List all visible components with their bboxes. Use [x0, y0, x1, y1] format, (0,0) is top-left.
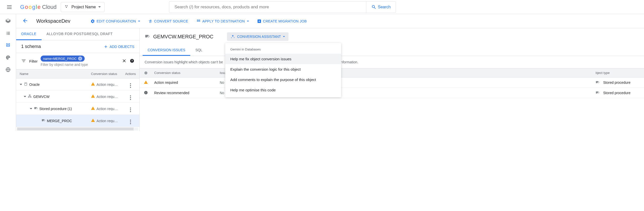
help-icon[interactable]: ?: [130, 59, 134, 64]
project-name: Project Name: [72, 5, 96, 9]
th-status: Conversion status: [89, 69, 122, 78]
project-selector[interactable]: Project Name: [61, 2, 105, 12]
svg-point-2: [66, 7, 67, 8]
tree-row-gemvcw[interactable]: GEMVCW Action requ…: [16, 91, 139, 103]
search-button[interactable]: Search: [366, 2, 396, 13]
google-cloud-logo[interactable]: Google Cloud: [20, 4, 57, 10]
svg-rect-6: [24, 83, 27, 86]
th-name: Name: [16, 69, 89, 78]
sparkle-icon: [231, 34, 235, 39]
tab-alloydb[interactable]: ALLOYDB FOR POSTGRESQL DRAFT: [42, 28, 118, 40]
globe-icon[interactable]: [5, 67, 11, 73]
conversion-assistant-button[interactable]: CONVERSION ASSISTANT: [227, 32, 288, 41]
dropdown-header: Gemini in Databases: [225, 45, 341, 54]
tree-row-oracle[interactable]: Oracle Action requ…: [16, 78, 139, 91]
issues-table-header: Conversion status Issu bject type: [140, 68, 644, 77]
info-icon: [144, 91, 148, 95]
chevron-down-icon[interactable]: [20, 84, 22, 85]
clear-filter-button[interactable]: [122, 58, 127, 64]
tab-conversion-issues[interactable]: CONVERSION ISSUES: [143, 45, 190, 56]
row-actions-menu[interactable]: [122, 103, 139, 115]
svg-rect-10: [30, 97, 31, 97]
schema-count: 1 schema: [21, 44, 41, 49]
warning-icon: [91, 82, 95, 87]
chip-remove-icon[interactable]: [78, 57, 82, 61]
left-panel: ORACLE ALLOYDB FOR POSTGRESQL DRAFT 1 sc…: [16, 28, 140, 131]
apply-to-destination-button[interactable]: APPLY TO DESTINATION: [196, 19, 249, 23]
svg-rect-13: [146, 92, 146, 92]
right-panel: GEMVCW.MERGE_PROC CONVERSION ASSISTANT C…: [140, 28, 644, 131]
chevron-down-icon[interactable]: [24, 96, 26, 97]
tab-sql[interactable]: SQL: [190, 45, 207, 56]
th-actions: Actions: [122, 69, 139, 78]
tree-row-merge-proc[interactable]: MERGE_PROC Action requ…: [16, 115, 139, 127]
svg-rect-7: [25, 83, 26, 84]
row-actions-menu[interactable]: [122, 115, 139, 127]
dropdown-item-optimise[interactable]: Help me optimise this code: [225, 85, 341, 95]
top-header: Google Cloud Project Name Search: [0, 0, 644, 14]
more-vert-icon: [130, 108, 131, 112]
procedure-icon: [145, 34, 150, 40]
menu-icon[interactable]: [4, 1, 16, 13]
chevron-down-icon: [98, 6, 101, 8]
filter-chip[interactable]: name=MERGE_PROC: [41, 56, 85, 62]
schema-icon: [28, 94, 32, 99]
action-bar: WorkspaceDev EDIT CONFIGURATION CONVERT …: [16, 14, 644, 28]
issues-description: Conversion issues highlight which object…: [140, 56, 644, 68]
warning-icon: [91, 106, 95, 111]
chevron-down-icon[interactable]: [30, 108, 32, 109]
horizontal-scrollbar[interactable]: [17, 127, 138, 130]
plus-icon: [104, 44, 108, 49]
tab-oracle[interactable]: ORACLE: [16, 28, 42, 40]
search-input[interactable]: [169, 5, 366, 10]
chevron-down-icon: [138, 21, 140, 22]
workspace-icon[interactable]: [5, 42, 11, 48]
conversion-assistant-menu: Gemini in Databases Help me fix object c…: [225, 43, 341, 97]
dropdown-item-add-comments[interactable]: Add comments to explain the purpose of t…: [225, 74, 341, 85]
layers-icon[interactable]: [5, 18, 11, 24]
procedure-icon: [34, 106, 38, 111]
row-actions-menu[interactable]: [122, 78, 139, 90]
tree-row-stored-procedure[interactable]: Stored procedure (1) Action requ…: [16, 103, 139, 115]
filter-input[interactable]: Filter by object name and type: [41, 63, 119, 67]
filter-icon: [21, 58, 26, 64]
svg-rect-8: [29, 95, 30, 95]
search-box: Search: [169, 1, 396, 13]
chevron-down-icon: [283, 36, 285, 37]
more-vert-icon: [130, 95, 131, 100]
tree-header: Name Conversion status Actions: [16, 69, 139, 78]
back-button[interactable]: [22, 18, 28, 24]
warning-icon: [91, 118, 95, 123]
dropdown-item-explain-logic[interactable]: Explain the conversion logic for this ob…: [225, 64, 341, 74]
object-title: GEMVCW.MERGE_PROC: [153, 34, 213, 40]
warning-icon: [91, 94, 95, 99]
detail-tabs: CONVERSION ISSUES SQL: [140, 45, 644, 56]
warning-icon: [144, 80, 148, 85]
plus-box-icon: [257, 19, 262, 23]
svg-rect-12: [146, 92, 146, 93]
edit-configuration-button[interactable]: EDIT CONFIGURATION: [90, 19, 140, 23]
grid-icon: [196, 19, 201, 23]
add-objects-button[interactable]: ADD OBJECTS: [104, 44, 134, 49]
svg-text:?: ?: [131, 59, 133, 62]
list-icon[interactable]: [5, 30, 11, 36]
search-icon: [371, 5, 376, 10]
left-nav-rail: [0, 14, 16, 131]
issue-row[interactable]: Review recommended No t Stored procedure: [140, 88, 644, 98]
row-actions-menu[interactable]: [122, 91, 139, 102]
database-icon: [24, 82, 28, 87]
issue-row[interactable]: Action required No t Stored procedure: [140, 77, 644, 88]
project-icon: [65, 4, 69, 10]
bullet-icon: [144, 71, 147, 74]
more-vert-icon: [130, 83, 131, 88]
workspace-title: WorkspaceDev: [36, 18, 70, 24]
dropdown-item-fix-issues[interactable]: Help me fix object conversion issues: [225, 54, 341, 64]
source-tabs: ORACLE ALLOYDB FOR POSTGRESQL DRAFT: [16, 28, 139, 40]
procedure-icon: [595, 80, 599, 85]
create-migration-job-button[interactable]: CREATE MIGRATION JOB: [257, 19, 307, 23]
more-vert-icon: [130, 120, 131, 124]
convert-source-button[interactable]: CONVERT SOURCE: [148, 19, 188, 23]
import-icon[interactable]: [5, 55, 11, 61]
chevron-down-icon: [247, 21, 249, 22]
filter-label: Filter: [29, 59, 38, 63]
